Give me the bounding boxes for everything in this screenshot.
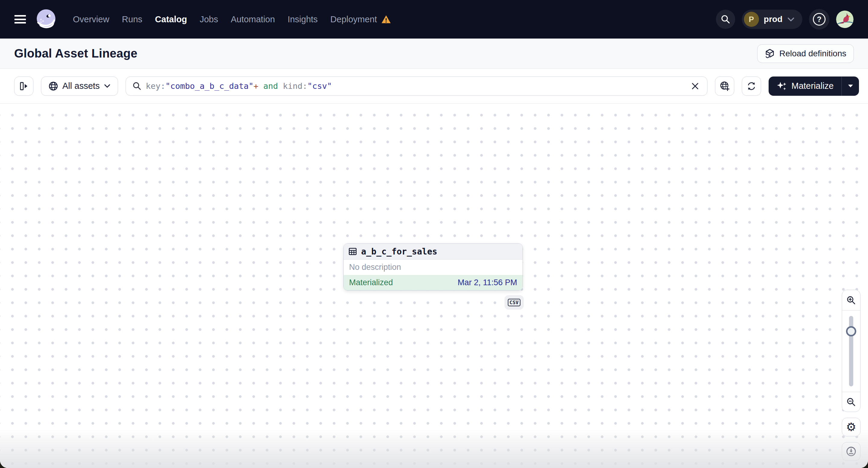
- global-search-button[interactable]: [716, 10, 735, 29]
- page-title: Global Asset Lineage: [14, 47, 137, 60]
- zoom-out-button[interactable]: [842, 392, 860, 412]
- caret-down-icon: [848, 84, 853, 88]
- nav-item-deployment[interactable]: Deployment: [331, 14, 391, 24]
- reload-definitions-label: Reload definitions: [779, 49, 846, 58]
- page-header: Global Asset Lineage Reload definitions: [0, 38, 868, 69]
- zoom-in-icon: [846, 295, 856, 305]
- asset-node-description: No description: [344, 259, 523, 275]
- question-icon: ?: [813, 13, 826, 26]
- materialize-split-button: Materialize: [769, 76, 859, 96]
- asset-node-status-row: Materialized Mar 2, 11:56 PM: [344, 275, 523, 290]
- status-timestamp[interactable]: Mar 2, 11:56 PM: [458, 278, 517, 287]
- materialize-button[interactable]: Materialize: [769, 76, 841, 96]
- zoom-in-button[interactable]: [842, 290, 860, 311]
- search-query: key:"combo_a_b_c_data"+ and kind:"csv": [146, 81, 685, 91]
- asset-node-header: a_b_c_for_sales: [344, 244, 523, 259]
- nav-item-runs[interactable]: Runs: [122, 14, 143, 24]
- menu-button[interactable]: [14, 15, 26, 24]
- asset-filter-button[interactable]: All assets: [41, 76, 118, 96]
- download-image-button[interactable]: [842, 442, 861, 461]
- user-avatar[interactable]: [836, 10, 854, 28]
- cube-reload-icon: [765, 49, 775, 59]
- download-icon: [846, 446, 857, 457]
- nav-links: Overview Runs Catalog Jobs Automation In…: [73, 14, 391, 24]
- chevron-down-icon: [104, 84, 111, 88]
- nav-item-catalog[interactable]: Catalog: [155, 14, 187, 24]
- lineage-toolbar: All assets key:"combo_a_b_c_data"+ and k…: [0, 69, 868, 103]
- search-input[interactable]: key:"combo_a_b_c_data"+ and kind:"csv": [126, 76, 708, 96]
- lineage-canvas[interactable]: a_b_c_for_sales No description Materiali…: [0, 103, 868, 468]
- app-window: Overview Runs Catalog Jobs Automation In…: [0, 0, 868, 468]
- globe-plus-icon: [719, 81, 730, 91]
- nav-item-automation[interactable]: Automation: [231, 14, 275, 24]
- reload-definitions-button[interactable]: Reload definitions: [757, 44, 854, 63]
- status-badge: Materialized: [349, 278, 393, 287]
- search-icon: [132, 82, 142, 91]
- zoom-controls: [842, 290, 861, 412]
- gear-icon: ⚙: [846, 421, 856, 433]
- nav-item-deployment-label: Deployment: [331, 14, 377, 24]
- search-icon: [721, 14, 731, 24]
- dagster-logo[interactable]: [34, 7, 58, 31]
- chevron-down-icon: [787, 17, 795, 22]
- asset-node-title: a_b_c_for_sales: [361, 247, 437, 257]
- materialize-dropdown-button[interactable]: [841, 76, 859, 96]
- materialize-label: Materialize: [792, 81, 834, 91]
- zoom-slider[interactable]: [842, 311, 860, 392]
- expand-graph-scope-button[interactable]: [715, 76, 734, 96]
- hamburger-icon: [14, 15, 26, 17]
- close-icon: [691, 82, 699, 90]
- warning-icon: [381, 15, 391, 24]
- panel-toggle-icon: [19, 81, 29, 91]
- environment-switcher[interactable]: P prod: [742, 10, 802, 29]
- octopus-logo-icon: [34, 7, 58, 31]
- nav-right: P prod ?: [716, 9, 854, 30]
- nav-item-overview[interactable]: Overview: [73, 14, 109, 24]
- globe-icon: [49, 81, 58, 91]
- nav-item-insights[interactable]: Insights: [288, 14, 318, 24]
- graph-settings-button[interactable]: ⚙: [842, 418, 861, 436]
- refresh-icon: [746, 81, 756, 91]
- cardinal-avatar-image: [836, 10, 854, 28]
- zoom-out-icon: [846, 397, 856, 407]
- zoom-slider-thumb[interactable]: [846, 326, 856, 336]
- clear-search-button[interactable]: [690, 81, 701, 92]
- asset-filter-label: All assets: [62, 81, 100, 91]
- nav-item-jobs[interactable]: Jobs: [200, 14, 218, 24]
- csv-icon: CSV: [508, 299, 521, 306]
- refresh-button[interactable]: [742, 76, 761, 96]
- help-button[interactable]: ?: [809, 9, 830, 30]
- table-icon: [348, 247, 357, 256]
- open-left-panel-button[interactable]: [14, 76, 33, 96]
- kind-badge-csv[interactable]: CSV: [504, 295, 524, 310]
- sparkles-icon: [776, 81, 787, 92]
- environment-avatar: P: [744, 12, 759, 27]
- environment-name: prod: [764, 14, 782, 24]
- top-nav: Overview Runs Catalog Jobs Automation In…: [0, 0, 868, 38]
- asset-node[interactable]: a_b_c_for_sales No description Materiali…: [343, 243, 523, 291]
